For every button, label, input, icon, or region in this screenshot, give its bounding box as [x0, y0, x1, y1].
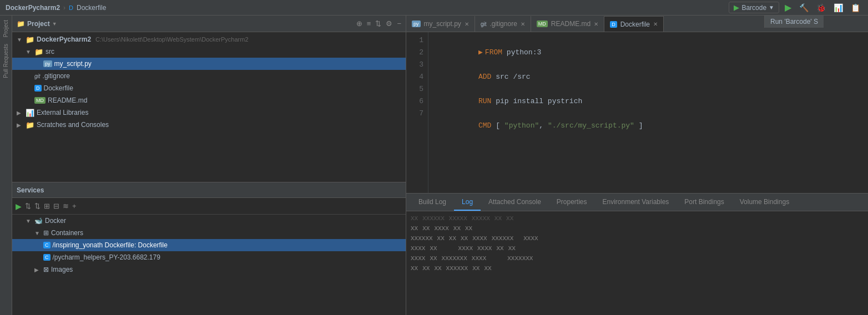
bottom-tabs: Build Log Log Attached Console Propertie…	[406, 194, 868, 211]
tab-myscript[interactable]: py my_script.py ✕	[406, 16, 475, 32]
services-toolbar-icon3[interactable]: ⊞	[44, 202, 50, 210]
main-layout: Project Pull Requests 📁 Project ▼ ⊕ ≡ ⇅ …	[0, 16, 868, 315]
log-line-3: XXXXXXXXXXXXXXXXXX	[411, 243, 864, 253]
service-item-container1[interactable]: C /inspiring_yonath Dockerfile: Dockerfi…	[12, 239, 406, 251]
tree-label-src: src	[46, 48, 54, 55]
tab-env-vars[interactable]: Environment Variables	[595, 194, 677, 211]
expand-ext-icon: ▶	[17, 110, 23, 116]
run-config-label: Barcode	[741, 4, 766, 12]
file-tree: ▼ 📁 DockerPycharm2 C:\Users\Nikolett\Des…	[12, 32, 406, 182]
tab-gitignore[interactable]: git .gitignore ✕	[475, 16, 531, 32]
tree-item-scratches[interactable]: ▶ 📁 Scratches and Consoles	[12, 119, 406, 131]
tab-log[interactable]: Log	[454, 194, 481, 211]
tree-label-root: DockerPycharm2	[37, 35, 91, 43]
py-file-icon: py	[43, 60, 52, 67]
tab-md-icon: MD	[537, 21, 548, 27]
profile-button[interactable]: 📊	[831, 2, 845, 13]
add-arg: src /src	[496, 73, 530, 81]
run-indicator: ▶	[478, 48, 483, 57]
debug-button[interactable]: 🐞	[814, 2, 828, 13]
tab-dockerfile[interactable]: D Dockerfile ✕	[604, 16, 664, 32]
run-tooltip: Run 'Barcode' S	[764, 16, 824, 28]
editor-content-area: 1 2 3 4 5 6 7 ▶FROM python:3 ADD src /sr…	[406, 32, 868, 193]
tree-item-src[interactable]: ▼ 📁 src	[12, 45, 406, 58]
images-expand-icon: ▶	[34, 267, 41, 273]
side-strip-requests[interactable]: Pull Requests	[2, 42, 10, 80]
tab-attached-console[interactable]: Attached Console	[481, 194, 549, 211]
title-bar-right: ▶ Barcode ▼ ▶ 🔨 🐞 📊 📋	[729, 1, 862, 14]
dropdown-arrow-icon: ▼	[769, 4, 774, 11]
coverage-button[interactable]: 📋	[849, 2, 862, 13]
cmd-bracket-close: ]	[634, 121, 643, 130]
tab-readme[interactable]: MD README.md ✕	[531, 16, 604, 32]
tab-readme-close[interactable]: ✕	[594, 21, 598, 27]
services-title: Services	[17, 186, 44, 194]
log-line-2: XXXXXXXXXXXXXXXXXXXXXXXXXX	[411, 233, 864, 243]
tab-dockerfile-close[interactable]: ✕	[653, 21, 658, 27]
tree-label-readme: README.md	[48, 96, 87, 104]
cmd-str1: "python"	[504, 121, 539, 130]
services-add-icon[interactable]: +	[72, 202, 77, 210]
tab-properties[interactable]: Properties	[549, 194, 595, 211]
locate-icon[interactable]: ⊕	[356, 19, 362, 28]
run-config-button[interactable]: ▶ Barcode ▼	[729, 2, 779, 13]
run-button[interactable]: ▶	[783, 1, 794, 14]
code-line-5: RUN pip install pystrich	[435, 83, 861, 95]
tab-git-icon: git	[481, 21, 487, 27]
side-strip-project[interactable]: Project	[2, 18, 10, 39]
service-item-docker[interactable]: ▼ 🐋 Docker	[12, 215, 406, 227]
ext-folder-icon: 📊	[26, 109, 34, 117]
services-toolbar-icon1[interactable]: ⇅	[25, 202, 31, 210]
folder-icon: 📁	[26, 35, 34, 44]
code-line-3: ADD src /src	[435, 59, 861, 71]
tree-item-gitignore[interactable]: git .gitignore	[12, 70, 406, 82]
close-panel-icon[interactable]: −	[397, 19, 401, 28]
service-label-containers: Containers	[51, 229, 83, 237]
tree-item-extlibs[interactable]: ▶ 📊 External Libraries	[12, 106, 406, 119]
tab-build-log[interactable]: Build Log	[411, 194, 454, 211]
title-filename: Dockerfile	[77, 4, 106, 12]
line-num-4: 4	[406, 71, 423, 83]
service-item-images[interactable]: ▶ ⊠ Images	[12, 263, 406, 276]
services-run-icon[interactable]: ▶	[16, 202, 22, 211]
tree-item-readme[interactable]: MD README.md	[12, 94, 406, 106]
collapse-all-icon[interactable]: ≡	[367, 19, 371, 28]
editor-panel: py my_script.py ✕ git .gitignore ✕ MD RE…	[406, 16, 868, 315]
settings-icon[interactable]: ⚙	[386, 19, 392, 28]
services-section: Services ▶ ⇅ ⇅ ⊞ ⊟ ≋ + ▼ 🐋 Docker	[12, 182, 406, 315]
log-line-header: XXXXXXXXXXXXXXXXXXXXXX	[411, 214, 864, 223]
title-sep: ›	[63, 4, 65, 12]
line-num-7: 7	[406, 108, 423, 120]
line-num-5: 5	[406, 83, 423, 95]
build-button[interactable]: 🔨	[797, 2, 811, 13]
code-area[interactable]: ▶FROM python:3 ADD src /src RUN pip inst…	[428, 32, 868, 193]
project-toolbar-icons: ⊕ ≡ ⇅ ⚙ −	[356, 19, 401, 28]
tab-gitignore-close[interactable]: ✕	[521, 21, 525, 27]
service-item-containers[interactable]: ▼ ⊞ Containers	[12, 227, 406, 239]
collapse-src-icon: ▼	[26, 49, 32, 55]
tab-readme-label: README.md	[551, 20, 591, 28]
expand-scratch-icon: ▶	[17, 122, 23, 128]
expand-all-icon[interactable]: ⇅	[375, 19, 381, 28]
services-toolbar-icon2[interactable]: ⇅	[34, 202, 41, 210]
tree-path: C:\Users\Nikolett\Desktop\WebSystem\Dock…	[95, 36, 249, 43]
tree-item-myscript[interactable]: py my_script.py	[12, 58, 406, 70]
bottom-panel: Build Log Log Attached Console Propertie…	[406, 193, 868, 315]
line-num-6: 6	[406, 95, 423, 108]
tab-volume-bindings[interactable]: Volume Bindings	[732, 194, 797, 211]
services-content: ▼ 🐋 Docker ▼ ⊞ Containers C /inspiring_y…	[12, 215, 406, 276]
images-icon: ⊠	[43, 266, 49, 273]
service-item-container2[interactable]: C /pycharm_helpers_PY-203.6682.179	[12, 251, 406, 263]
services-sort-icon[interactable]: ≋	[63, 202, 69, 210]
docker-file-icon: D	[34, 85, 42, 92]
services-toolbar: ▶ ⇅ ⇅ ⊞ ⊟ ≋ +	[12, 198, 406, 215]
git-file-icon: git	[34, 73, 41, 79]
containers-icon: ⊞	[43, 229, 49, 237]
tab-port-bindings[interactable]: Port Bindings	[677, 194, 731, 211]
service-label-images: Images	[51, 266, 73, 273]
services-filter-icon[interactable]: ⊟	[53, 202, 59, 210]
tree-item-dockerfile[interactable]: D Dockerfile	[12, 82, 406, 94]
tab-myscript-close[interactable]: ✕	[465, 21, 469, 27]
tree-item-root[interactable]: ▼ 📁 DockerPycharm2 C:\Users\Nikolett\Des…	[12, 33, 406, 45]
tree-label-gitignore: .gitignore	[43, 72, 70, 80]
